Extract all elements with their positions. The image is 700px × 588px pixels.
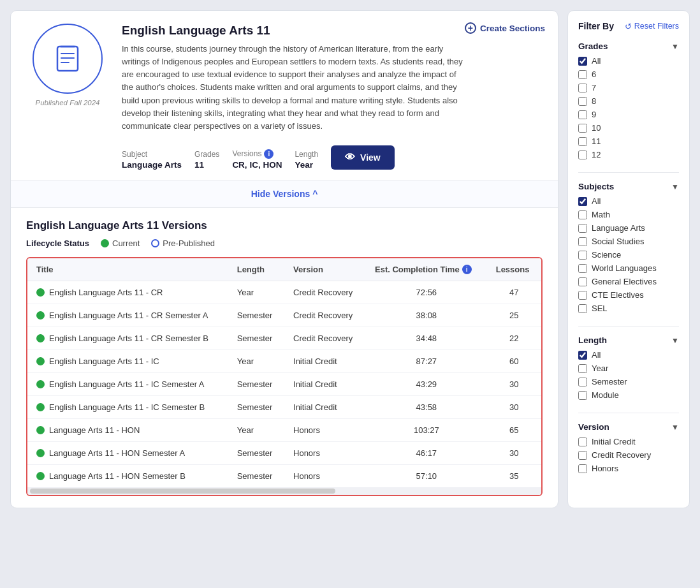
row-est-time-cell: 87:27 <box>366 349 487 372</box>
filter-option[interactable]: 12 <box>578 150 679 159</box>
current-label: Current <box>112 239 140 248</box>
row-length-cell: Semester <box>228 372 284 395</box>
filter-checkbox[interactable] <box>578 137 587 146</box>
filter-option[interactable]: 10 <box>578 123 679 133</box>
col-est-time: Est. Completion Time i <box>366 258 487 281</box>
filter-option[interactable]: Module <box>578 390 679 400</box>
row-title-cell: Language Arts 11 - HON Semester A <box>27 441 228 464</box>
row-est-time-cell: 57:10 <box>366 464 487 487</box>
filter-grades-header[interactable]: Grades ▼ <box>578 41 679 51</box>
row-title-text: Language Arts 11 - HON <box>49 425 140 435</box>
filter-subjects-header[interactable]: Subjects ▼ <box>578 182 679 191</box>
filter-option[interactable]: Initial Credit <box>578 437 679 446</box>
hide-versions-button[interactable]: Hide Versions ^ <box>251 189 318 199</box>
table-row[interactable]: English Language Arts 11 - IC Semester A… <box>27 372 541 395</box>
filter-option[interactable]: Science <box>578 250 679 260</box>
filter-option[interactable]: Year <box>578 364 679 373</box>
filter-option[interactable]: 11 <box>578 136 679 146</box>
row-title-text: Language Arts 11 - HON Semester A <box>49 448 185 458</box>
filter-option-label: All <box>592 350 601 360</box>
filter-checkbox[interactable] <box>578 84 587 92</box>
filter-checkbox[interactable] <box>578 237 587 246</box>
filter-option[interactable]: Social Studies <box>578 237 679 246</box>
filter-subjects-section: Subjects ▼ All Math Language Arts Social… <box>578 182 679 327</box>
meta-versions: Versions i CR, IC, HON <box>232 149 282 170</box>
row-status-dot <box>36 449 45 457</box>
table-row[interactable]: English Language Arts 11 - IC Semester B… <box>27 395 541 418</box>
filter-option[interactable]: Semester <box>578 377 679 386</box>
reset-filters-button[interactable]: ↺ Reset Filters <box>625 22 679 31</box>
filter-checkbox[interactable] <box>578 210 587 219</box>
filter-checkbox[interactable] <box>578 224 587 233</box>
row-lessons-cell: 30 <box>487 395 541 418</box>
row-version-cell: Honors <box>284 464 366 487</box>
table-row[interactable]: Language Arts 11 - HON Semester A Semest… <box>27 441 541 464</box>
row-lessons-cell: 35 <box>487 464 541 487</box>
table-row[interactable]: Language Arts 11 - HON Year Honors 103:2… <box>27 418 541 441</box>
filter-checkbox[interactable] <box>578 451 587 460</box>
hide-versions-label: Hide Versions ^ <box>251 189 318 199</box>
filter-checkbox[interactable] <box>578 110 587 119</box>
filter-option-label: 10 <box>592 123 601 133</box>
filter-option[interactable]: CTE Electives <box>578 290 679 300</box>
table-row[interactable]: Language Arts 11 - HON Semester B Semest… <box>27 464 541 487</box>
filter-checkbox[interactable] <box>578 351 587 360</box>
filter-option[interactable]: Math <box>578 210 679 219</box>
filter-checkbox[interactable] <box>578 57 587 66</box>
scrollbar-thumb[interactable] <box>30 489 335 494</box>
filter-option[interactable]: All <box>578 350 679 360</box>
row-title-text: English Language Arts 11 - CR <box>49 288 163 297</box>
filter-option-label: 8 <box>592 96 596 106</box>
row-title-cell: English Language Arts 11 - CR Semester B <box>27 327 228 349</box>
filter-checkbox[interactable] <box>578 437 587 446</box>
filter-option-label: Science <box>592 250 621 260</box>
row-title-cell: English Language Arts 11 - IC Semester B <box>27 395 228 418</box>
row-title-text: English Language Arts 11 - CR Semester B <box>49 334 208 343</box>
table-row[interactable]: English Language Arts 11 - CR Semester B… <box>27 327 541 349</box>
create-sections-button[interactable]: + Create Sections <box>465 22 545 34</box>
filter-checkbox[interactable] <box>578 264 587 273</box>
filter-checkbox[interactable] <box>578 124 587 133</box>
filter-option[interactable]: 6 <box>578 70 679 79</box>
filter-checkbox[interactable] <box>578 291 587 300</box>
filter-checkbox[interactable] <box>578 197 587 206</box>
view-button[interactable]: 👁 View <box>331 145 395 170</box>
filter-option[interactable]: 9 <box>578 110 679 119</box>
filter-option[interactable]: World Languages <box>578 263 679 273</box>
filter-option[interactable]: Credit Recovery <box>578 450 679 460</box>
filter-checkbox[interactable] <box>578 251 587 260</box>
row-status-dot <box>36 334 45 342</box>
filter-checkbox[interactable] <box>578 378 587 386</box>
filter-length-header[interactable]: Length ▼ <box>578 335 679 345</box>
filter-option-label: SEL <box>592 304 608 313</box>
filter-option[interactable]: All <box>578 196 679 206</box>
table-header-row: Title Length Version Est. Completion Tim… <box>27 258 541 281</box>
filter-checkbox[interactable] <box>578 391 587 400</box>
filter-checkbox[interactable] <box>578 304 587 313</box>
row-lessons-cell: 25 <box>487 304 541 327</box>
table-row[interactable]: English Language Arts 11 - IC Year Initi… <box>27 349 541 372</box>
filter-checkbox[interactable] <box>578 151 587 159</box>
filter-option[interactable]: 7 <box>578 83 679 92</box>
table-row[interactable]: English Language Arts 11 - CR Year Credi… <box>27 281 541 304</box>
filter-checkbox[interactable] <box>578 277 587 286</box>
meta-length: Length Year <box>295 150 318 170</box>
filter-checkbox[interactable] <box>578 464 587 473</box>
row-length-cell: Year <box>228 418 284 441</box>
filter-option[interactable]: SEL <box>578 304 679 313</box>
published-label: Published Fall 2024 <box>35 99 99 107</box>
filter-option[interactable]: General Electives <box>578 277 679 286</box>
filter-option[interactable]: All <box>578 56 679 66</box>
table-row[interactable]: English Language Arts 11 - CR Semester A… <box>27 304 541 327</box>
length-value: Year <box>295 160 318 170</box>
horizontal-scrollbar[interactable] <box>27 487 541 495</box>
filter-option[interactable]: Honors <box>578 464 679 473</box>
lifecycle-label: Lifecycle Status <box>26 239 89 248</box>
filter-option[interactable]: Language Arts <box>578 223 679 233</box>
filter-checkbox[interactable] <box>578 70 587 79</box>
filter-option[interactable]: 8 <box>578 96 679 106</box>
row-est-time-cell: 46:17 <box>366 441 487 464</box>
filter-version-header[interactable]: Version ▼ <box>578 422 679 432</box>
filter-checkbox[interactable] <box>578 97 587 106</box>
filter-checkbox[interactable] <box>578 364 587 373</box>
